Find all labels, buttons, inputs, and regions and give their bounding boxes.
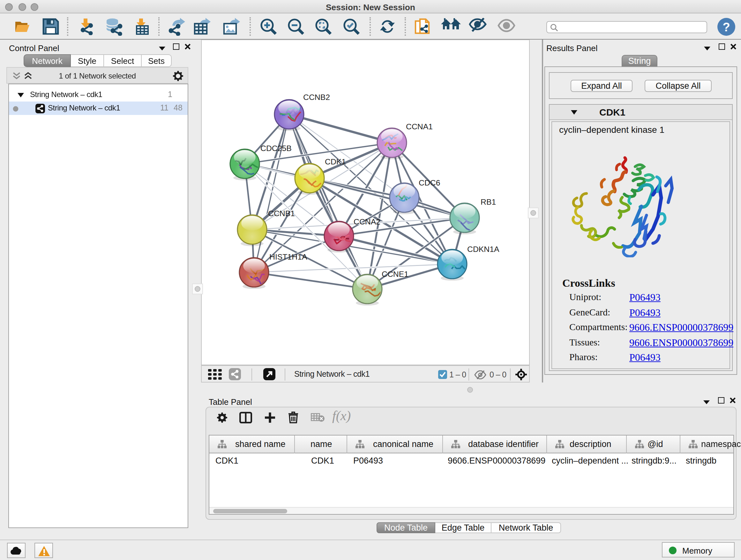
svg-text:CCNB1: CCNB1 — [268, 209, 295, 218]
svg-text:CCNE1: CCNE1 — [382, 270, 408, 278]
svg-text:RB1: RB1 — [481, 198, 496, 206]
svg-text:CCNB2: CCNB2 — [303, 93, 330, 102]
svg-text:CDKN1A: CDKN1A — [467, 245, 499, 253]
svg-text:CDC25B: CDC25B — [260, 144, 292, 152]
svg-text:CCNA2: CCNA2 — [354, 217, 381, 226]
svg-text:?: ? — [723, 20, 730, 34]
svg-text:CDC6: CDC6 — [419, 179, 441, 187]
svg-text:CCNA1: CCNA1 — [406, 122, 433, 131]
svg-text:HIST1H1A: HIST1H1A — [269, 253, 307, 261]
svg-text:CDK1: CDK1 — [325, 158, 346, 166]
